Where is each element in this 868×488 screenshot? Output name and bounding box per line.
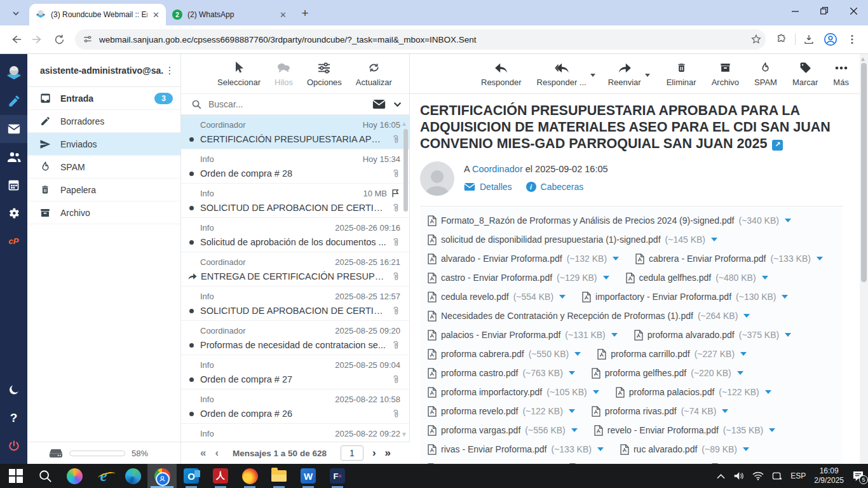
browser-menu-icon[interactable]	[841, 29, 863, 50]
start-button[interactable]	[1, 464, 31, 488]
attachment-item[interactable]: Formato_8_Razón de Proformas y Análisis …	[428, 215, 791, 226]
tab-roundcube[interactable]: (3) Roundcube Webmail :: Envia ✕	[29, 4, 166, 25]
attachment-item[interactable]: proforma cabrera.pdf (~550 KB)	[428, 349, 581, 360]
window-close-button[interactable]	[839, 0, 868, 22]
tab-close-icon[interactable]: ✕	[153, 10, 159, 20]
attachment-item[interactable]: cedula revelo.pdf (~554 KB)	[428, 292, 566, 302]
attachment-dropdown-caret[interactable]	[817, 257, 823, 261]
attachment-item[interactable]: proforma revelo.pdf (~122 KB)	[428, 406, 575, 417]
download-icon[interactable]	[798, 29, 820, 50]
tray-chevron-up-icon[interactable]	[717, 473, 725, 479]
next-page-button[interactable]: ›	[372, 447, 376, 459]
attachment-item[interactable]: proforma gelfhes.pdf (~220 KB)	[592, 368, 743, 379]
address-bar[interactable]: webmail.sanjuan.gob.ec/cpsess6698887760/…	[75, 29, 766, 50]
search-input[interactable]	[208, 99, 372, 109]
mail-scrollbar-thumb[interactable]	[861, 63, 867, 282]
prev-page-button[interactable]: ‹	[215, 447, 219, 459]
more-button[interactable]: Más	[833, 61, 849, 87]
extensions-icon[interactable]	[771, 29, 792, 50]
message-list-item[interactable]: Info 2025-08-25 09:04 Orden de compra # …	[181, 355, 409, 390]
compose-icon[interactable]	[0, 87, 27, 115]
attachment-item[interactable]: ruc alvarado.pdf (~89 KB)	[620, 444, 749, 455]
cpanel-logo[interactable]: cP	[0, 227, 27, 255]
message-list-item[interactable]: Info 2025-08-26 09:16 Solicitud de aprob…	[181, 218, 409, 252]
attachment-dropdown-caret[interactable]	[782, 295, 788, 299]
outlook-app-button[interactable]: O	[177, 464, 206, 488]
scroll-up-arrow[interactable]: ▲	[860, 55, 866, 62]
attachment-item[interactable]: palacios - Enviar Proforma.pdf (~131 KB)	[428, 330, 618, 341]
attachment-item[interactable]: rivas - Enviar Proforma.pdf (~133 KB)	[428, 444, 604, 455]
site-info-icon[interactable]	[83, 34, 93, 44]
details-link[interactable]: Detalles	[464, 182, 512, 192]
attachment-dropdown-caret[interactable]	[743, 314, 750, 318]
internet-explorer-app-button[interactable]: e	[89, 464, 118, 488]
message-list-item[interactable]: Info 10 MB SOLICITUD DE APROBACION DE CE…	[181, 184, 409, 218]
window-restore-button[interactable]	[810, 0, 839, 22]
settings-gear-icon[interactable]	[0, 199, 27, 227]
attachment-dropdown-caret[interactable]	[737, 371, 743, 375]
mail-scrollbar[interactable]: ▲	[860, 54, 868, 464]
profile-icon[interactable]	[820, 29, 841, 50]
select-button[interactable]: Seleccionar	[217, 61, 261, 87]
message-list-item[interactable]: Info Hoy 15:34 Orden de compra # 28	[181, 149, 409, 184]
attachment-dropdown-caret[interactable]	[769, 428, 775, 432]
attachment-item[interactable]: revelo - Enviar Proforma.pdf (~135 KB)	[594, 425, 776, 436]
attachment-item[interactable]: proforma vargas.pdf (~556 KB)	[428, 425, 578, 436]
copilot-app-button[interactable]	[60, 464, 89, 488]
attachment-item[interactable]: cabrera - Enviar Proforma.pdf (~133 KB)	[635, 254, 823, 264]
language-indicator[interactable]: ESP	[790, 471, 806, 480]
reload-button[interactable]	[48, 29, 70, 50]
help-icon[interactable]: ?	[0, 404, 27, 432]
attachment-dropdown-caret[interactable]	[611, 333, 618, 337]
message-list-item[interactable]: Info 2025-08-25 12:57 SOLICITUD DE APROB…	[181, 287, 409, 321]
attachment-dropdown-caret[interactable]	[762, 276, 768, 280]
attachment-dropdown-caret[interactable]	[740, 352, 747, 356]
sidebar-item-entrada[interactable]: Entrada 3	[27, 87, 180, 110]
volume-icon[interactable]	[733, 471, 744, 480]
forward-dropdown-caret[interactable]	[645, 74, 650, 77]
taskbar-clock[interactable]: 16:09 2/9/2025	[814, 466, 844, 485]
chrome-app-button[interactable]	[147, 464, 177, 488]
attachment-dropdown-caret[interactable]	[603, 276, 609, 280]
attachment-dropdown-caret[interactable]	[765, 390, 771, 394]
sidebar-item-borradores[interactable]: Borradores	[27, 110, 180, 133]
attachment-item[interactable]: Necesidades de Contratación y Recepción …	[428, 311, 750, 322]
facturador-app-button[interactable]: F≡	[323, 464, 352, 488]
message-list-item[interactable]: Info 2025-08-22 09:22	[181, 424, 409, 442]
dark-mode-moon-icon[interactable]	[0, 376, 27, 404]
sidebar-item-papelera[interactable]: Papelera	[27, 179, 180, 201]
tab-close-icon[interactable]: ✕	[280, 10, 287, 20]
notification-center-button[interactable]: 5	[852, 471, 864, 482]
attachment-dropdown-caret[interactable]	[785, 219, 791, 222]
sidebar-item-enviados[interactable]: Enviados	[27, 133, 180, 156]
acrobat-app-button[interactable]: 人	[206, 464, 235, 488]
attachment-dropdown-caret[interactable]	[569, 409, 575, 413]
page-number-input[interactable]: 1	[341, 445, 363, 461]
edge-app-button[interactable]	[118, 464, 147, 488]
attachment-dropdown-caret[interactable]	[571, 428, 578, 432]
options-button[interactable]: Opciones	[307, 61, 342, 87]
attachment-item[interactable]: solicitud de disponibilidad presupuestar…	[428, 234, 717, 245]
word-app-button[interactable]: W	[294, 464, 323, 488]
scroll-down-arrow[interactable]: ▼	[401, 431, 407, 438]
attachment-item[interactable]: proforma rivas.pdf (~74 KB)	[592, 406, 728, 417]
attachment-dropdown-caret[interactable]	[743, 447, 749, 451]
refresh-button[interactable]: Actualizar	[356, 61, 392, 87]
archive-button[interactable]: Archivo	[712, 61, 739, 87]
attachment-item[interactable]: proforma castro.pdf (~763 KB)	[428, 368, 575, 379]
sender-link[interactable]: Coordinador	[472, 164, 523, 174]
mail-nav-icon[interactable]	[0, 115, 27, 143]
attachment-item[interactable]: proforma carrillo.pdf (~227 KB)	[597, 349, 747, 360]
scope-envelope-icon[interactable]	[372, 99, 386, 109]
attachment-dropdown-caret[interactable]	[593, 390, 599, 394]
message-list-item[interactable]: Info 2025-08-22 10:58 Orden de compra # …	[181, 390, 409, 424]
delete-button[interactable]: Eliminar	[667, 61, 696, 87]
list-scrollbar-thumb[interactable]	[403, 129, 408, 212]
reply-button[interactable]: Responder	[481, 61, 522, 87]
attachment-dropdown-caret[interactable]	[597, 447, 604, 451]
threads-button[interactable]: Hilos	[275, 61, 293, 87]
forward-button[interactable]	[27, 29, 48, 50]
calendar-icon[interactable]	[0, 171, 27, 199]
attachment-item[interactable]: proforma palacios.pdf (~122 KB)	[616, 387, 771, 398]
attachment-dropdown-caret[interactable]	[722, 409, 728, 413]
